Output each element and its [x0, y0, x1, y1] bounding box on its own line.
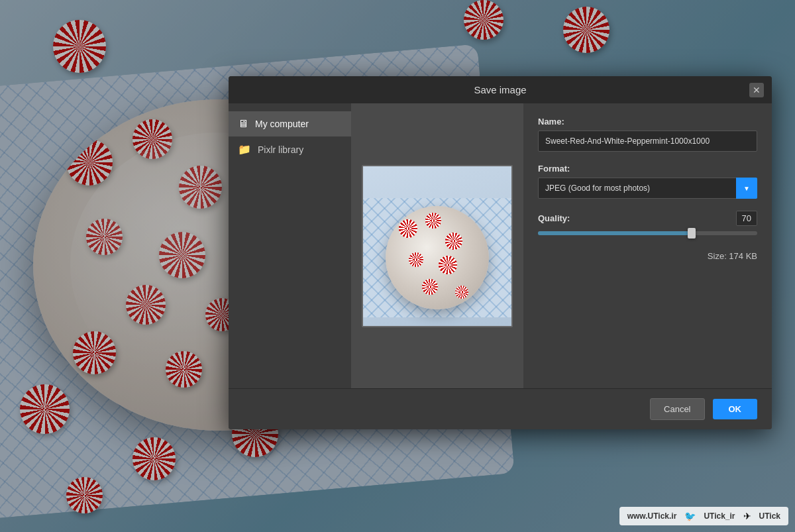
watermark-twitter: UTick_ir — [704, 511, 735, 521]
sidebar-item-my-computer[interactable]: 🖥 My computer — [229, 111, 351, 136]
watermark-telegram: UTick — [759, 511, 780, 521]
name-input[interactable] — [538, 131, 757, 152]
telegram-icon: ✈ — [743, 511, 751, 521]
quality-slider-fill — [538, 231, 692, 235]
library-icon: 📁 — [238, 143, 251, 156]
format-label: Format: — [538, 164, 757, 174]
preview-candy-1 — [399, 219, 417, 238]
save-image-dialog: Save image ✕ 🖥 My computer 📁 Pixlr libra… — [229, 76, 772, 429]
quality-slider-track[interactable] — [538, 231, 757, 235]
format-select[interactable]: JPEG (Good for most photos) PNG (Good fo… — [538, 178, 757, 199]
sidebar-item-label-my-computer: My computer — [255, 119, 309, 129]
format-row: JPEG (Good for most photos) PNG (Good fo… — [538, 178, 757, 199]
quality-row: Quality: 70 — [538, 211, 757, 235]
sidebar-item-label-pixlr: Pixlr library — [258, 144, 303, 155]
preview-candy-6 — [422, 279, 438, 295]
preview-bowl — [386, 206, 490, 310]
cancel-button[interactable]: Cancel — [650, 398, 704, 420]
dialog-sidebar: 🖥 My computer 📁 Pixlr library — [229, 103, 351, 388]
quality-slider-thumb[interactable] — [688, 228, 696, 239]
dialog-panel: Name: Format: JPEG (Good for most photos… — [523, 103, 772, 388]
dialog-title: Save image — [474, 84, 526, 95]
file-size-text: Size: 174 KB — [708, 251, 757, 261]
preview-scene — [363, 166, 511, 326]
watermark-website: www.UTick.ir — [627, 511, 677, 521]
quality-label: Quality: — [538, 213, 570, 223]
twitter-icon: 🐦 — [684, 511, 696, 521]
preview-candy-3 — [445, 233, 462, 250]
preview-candy-4 — [409, 252, 423, 267]
dialog-body: 🖥 My computer 📁 Pixlr library — [229, 103, 772, 388]
sidebar-item-pixlr-library[interactable]: 📁 Pixlr library — [229, 136, 351, 162]
quality-header: Quality: 70 — [538, 211, 757, 226]
quality-value: 70 — [736, 211, 757, 226]
dialog-titlebar: Save image ✕ — [229, 76, 772, 103]
computer-icon: 🖥 — [238, 118, 248, 130]
preview-candy-2 — [425, 213, 441, 229]
ok-button[interactable]: OK — [713, 399, 758, 419]
watermark: www.UTick.ir 🐦 UTick_ir ✈ UTick — [619, 507, 788, 525]
file-size-display: Size: 174 KB — [538, 251, 757, 261]
name-label: Name: — [538, 117, 757, 127]
preview-candy-7 — [455, 286, 468, 299]
close-button[interactable]: ✕ — [749, 83, 764, 97]
dialog-preview — [351, 103, 523, 388]
preview-candy-5 — [439, 256, 457, 274]
preview-image — [362, 165, 513, 327]
dialog-footer: Cancel OK — [229, 388, 772, 429]
